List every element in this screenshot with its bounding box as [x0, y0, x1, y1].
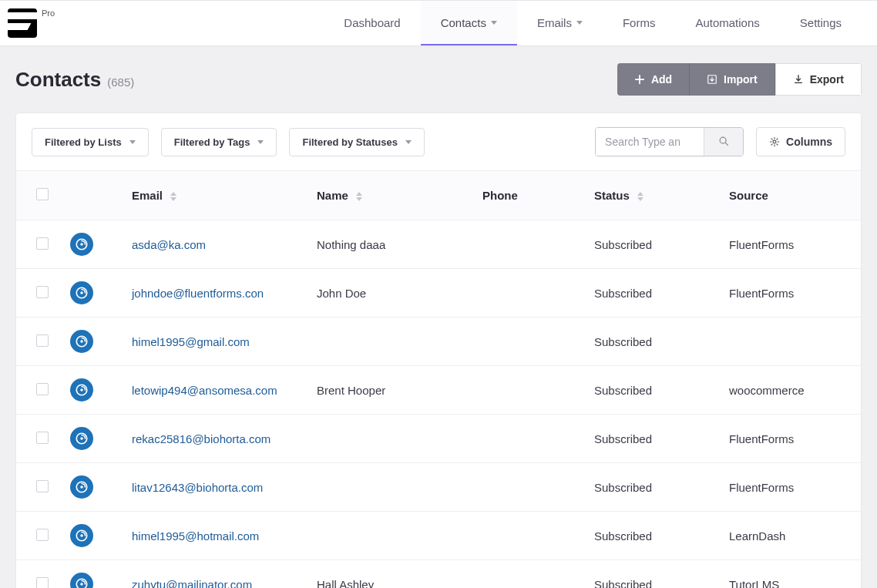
cell-status: Subscribed: [594, 432, 729, 445]
nav-automations[interactable]: Automations: [675, 1, 779, 45]
nav-label: Forms: [623, 16, 656, 29]
nav-settings[interactable]: Settings: [780, 1, 862, 45]
svg-point-18: [80, 583, 82, 585]
select-all-checkbox[interactable]: [36, 188, 49, 200]
cell-source: FluentForms: [729, 238, 861, 251]
title-wrap: Contacts (685): [15, 68, 134, 92]
nav-dashboard[interactable]: Dashboard: [324, 1, 420, 45]
row-checkbox[interactable]: [36, 237, 49, 250]
chevron-down-icon: [129, 140, 136, 144]
export-button[interactable]: Export: [775, 63, 862, 96]
table-row: himel1995@gmail.comSubscribed: [16, 317, 861, 365]
col-label: Name: [317, 189, 348, 202]
table-row: letowip494@ansomesa.comBrent HooperSubsc…: [16, 365, 861, 414]
avatar: [70, 573, 93, 588]
cell-name: Nothing daaa: [317, 238, 482, 251]
brand-area: Pro: [8, 8, 55, 38]
cell-email[interactable]: litav12643@biohorta.com: [132, 481, 317, 494]
row-checkbox[interactable]: [36, 383, 49, 395]
nav-forms[interactable]: Forms: [603, 1, 676, 45]
cell-email[interactable]: himel1995@gmail.com: [132, 335, 317, 348]
btn-label: Export: [810, 73, 844, 86]
col-header-email[interactable]: Email: [132, 189, 317, 202]
col-label: Email: [132, 189, 163, 202]
svg-point-14: [80, 486, 82, 488]
row-checkbox[interactable]: [36, 480, 49, 492]
row-checkbox[interactable]: [36, 529, 49, 541]
contact-count: (685): [107, 76, 134, 89]
table-row: asda@ka.comNothing daaaSubscribedFluentF…: [16, 220, 861, 268]
cell-email[interactable]: zuhytu@mailinator.com: [132, 578, 317, 589]
chevron-down-icon: [257, 140, 264, 144]
search-input[interactable]: [596, 128, 704, 156]
cell-status: Subscribed: [594, 238, 729, 251]
table-row: himel1995@hotmail.comSubscribedLearnDash: [16, 511, 861, 559]
search-icon: [718, 136, 729, 146]
export-icon: [793, 74, 804, 85]
sort-icon: [637, 192, 643, 201]
contacts-panel: Filtered by Lists Filtered by Tags Filte…: [15, 113, 862, 588]
col-header-source[interactable]: Source: [729, 189, 861, 202]
cell-email[interactable]: rekac25816@biohorta.com: [132, 432, 317, 445]
cell-email[interactable]: johndoe@fluentforms.con: [132, 287, 317, 300]
filter-by-tags[interactable]: Filtered by Tags: [161, 128, 277, 156]
search-wrap: [595, 127, 744, 156]
row-checkbox[interactable]: [36, 286, 49, 298]
cell-email[interactable]: asda@ka.com: [132, 238, 317, 251]
import-button[interactable]: Import: [690, 63, 775, 96]
nav-label: Settings: [800, 16, 842, 29]
cell-name: Hall Ashley: [317, 578, 482, 589]
filter-label: Filtered by Lists: [45, 136, 122, 148]
cell-name: John Doe: [317, 287, 482, 300]
avatar: [70, 427, 93, 450]
cell-status: Subscribed: [594, 335, 729, 348]
table-row: zuhytu@mailinator.comHall AshleySubscrib…: [16, 559, 861, 588]
nav-emails[interactable]: Emails: [517, 1, 603, 45]
btn-label: Add: [651, 73, 672, 86]
sort-icon: [170, 192, 176, 201]
cell-status: Subscribed: [594, 529, 729, 543]
filters-bar: Filtered by Lists Filtered by Tags Filte…: [16, 113, 861, 171]
cell-source: FluentForms: [729, 287, 861, 300]
page-content: Contacts (685) Add Import Export Filtere…: [0, 46, 877, 588]
filter-label: Filtered by Statuses: [302, 136, 398, 148]
cell-email[interactable]: himel1995@hotmail.com: [132, 529, 317, 543]
col-label: Status: [594, 189, 630, 202]
chevron-down-icon: [576, 21, 583, 25]
row-checkbox[interactable]: [36, 334, 49, 347]
svg-point-12: [80, 437, 82, 439]
filter-label: Filtered by Tags: [174, 136, 250, 148]
cell-email[interactable]: letowip494@ansomesa.com: [132, 384, 317, 397]
cell-source: LearnDash: [729, 529, 861, 543]
cell-source: FluentForms: [729, 481, 861, 494]
add-button[interactable]: Add: [617, 63, 690, 96]
pro-badge: Pro: [42, 8, 55, 18]
avatar: [70, 378, 93, 402]
import-icon: [707, 74, 717, 85]
topbar: Pro Dashboard Contacts Emails Forms Auto…: [0, 0, 877, 46]
columns-button[interactable]: Columns: [756, 127, 845, 156]
col-header-phone[interactable]: Phone: [482, 189, 594, 202]
cell-name: Brent Hooper: [317, 384, 482, 397]
table-row: litav12643@biohorta.comSubscribedFluentF…: [16, 462, 861, 511]
svg-point-10: [80, 388, 82, 391]
col-header-name[interactable]: Name: [317, 189, 482, 202]
filter-by-statuses[interactable]: Filtered by Statuses: [289, 128, 425, 156]
nav-label: Emails: [537, 16, 572, 29]
search-button[interactable]: [704, 128, 743, 156]
nav-label: Dashboard: [344, 16, 400, 29]
row-checkbox[interactable]: [36, 432, 49, 444]
svg-point-1: [720, 137, 726, 143]
filter-by-lists[interactable]: Filtered by Lists: [32, 128, 149, 156]
avatar: [70, 330, 93, 353]
cell-source: TutorLMS: [729, 578, 861, 589]
svg-point-4: [80, 243, 82, 245]
sort-icon: [356, 192, 362, 201]
nav-contacts[interactable]: Contacts: [421, 1, 517, 45]
row-checkbox[interactable]: [36, 577, 49, 589]
nav-label: Automations: [695, 16, 759, 29]
svg-point-8: [80, 340, 82, 342]
header-actions: Add Import Export: [617, 63, 862, 96]
table-header: Email Name Phone Status Source: [16, 171, 861, 220]
col-header-status[interactable]: Status: [594, 189, 729, 202]
